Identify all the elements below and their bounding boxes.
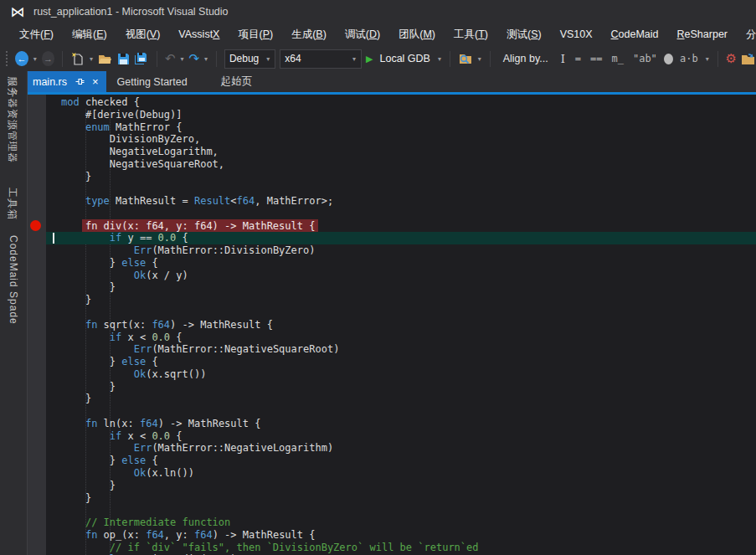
- toolbar-grip[interactable]: [5, 50, 8, 67]
- code-line[interactable]: [46, 306, 756, 319]
- redo-button[interactable]: ↷: [188, 51, 199, 66]
- code-line[interactable]: // if `div` "fails", then `DivisionByZer…: [46, 542, 756, 554]
- code-line[interactable]: Ok(x / y): [46, 270, 756, 282]
- code-line[interactable]: type MathResult = Result<f64, MathError>…: [46, 195, 756, 208]
- code-line[interactable]: }: [46, 492, 756, 505]
- menu-item[interactable]: 调试(D): [336, 23, 389, 46]
- code-line[interactable]: [46, 182, 756, 195]
- code-lines[interactable]: mod checked { #[derive(Debug)] enum Math…: [46, 95, 756, 555]
- code-line[interactable]: [46, 208, 756, 220]
- codemaid-cleanup-button[interactable]: ⚙: [726, 51, 737, 66]
- code-line[interactable]: #[derive(Debug)]: [46, 109, 756, 121]
- code-line[interactable]: if y == 0.0 {: [46, 232, 756, 244]
- tool-window-tab[interactable]: CodeMaid Spade: [8, 235, 19, 325]
- document-tab[interactable]: main.rs×: [25, 71, 106, 92]
- code-line[interactable]: }: [46, 281, 756, 294]
- find-dropdown-icon[interactable]: ▾: [477, 55, 482, 63]
- undo-button[interactable]: ↶: [165, 51, 176, 66]
- close-icon[interactable]: ×: [92, 76, 99, 87]
- align-by-button[interactable]: Align by...: [498, 53, 553, 64]
- menu-item[interactable]: 编辑(E): [63, 23, 116, 46]
- navigate-forward-button[interactable]: →: [42, 51, 54, 66]
- code-line[interactable]: fn sqrt(x: f64) -> MathResult {: [46, 319, 756, 331]
- menu-item[interactable]: 工具(T): [445, 23, 497, 46]
- code-line[interactable]: }: [46, 480, 756, 492]
- code-line[interactable]: }: [46, 393, 756, 405]
- code-line[interactable]: Ok(x.sqrt()): [46, 368, 756, 381]
- code-line[interactable]: } else {: [46, 257, 756, 270]
- open-file-button[interactable]: [98, 52, 113, 65]
- menu-item[interactable]: 分析(N): [737, 23, 756, 46]
- breakpoint-margin[interactable]: [28, 95, 46, 555]
- menu-item[interactable]: 项目(P): [229, 23, 282, 46]
- menu-item[interactable]: 团队(M): [389, 23, 445, 46]
- code-line[interactable]: fn op_(x: f64, y: f64) -> MathResult {: [46, 529, 756, 542]
- save-button[interactable]: [117, 53, 130, 65]
- code-line[interactable]: DivisionByZero,: [46, 133, 756, 146]
- align-equals-button[interactable]: =: [573, 53, 584, 64]
- align-double-equals-button[interactable]: ==: [588, 53, 604, 64]
- document-tab[interactable]: 起始页: [210, 71, 264, 92]
- code-line[interactable]: Err(MathError::DivisionByZero): [46, 244, 756, 257]
- find-in-files-button[interactable]: [458, 52, 473, 65]
- menu-item[interactable]: VAssistX: [169, 23, 229, 46]
- undo-dropdown-icon[interactable]: ▾: [179, 55, 184, 63]
- menu-item[interactable]: VS10X: [551, 23, 602, 46]
- align-dropdown-icon[interactable]: ▾: [705, 55, 710, 63]
- code-line[interactable]: if x < 0.0 {: [46, 331, 756, 344]
- tool-window-tab[interactable]: 工具箱: [5, 188, 19, 220]
- breakpoint-dot[interactable]: [30, 220, 41, 231]
- align-tokens-button[interactable]: a·b: [677, 53, 701, 64]
- toolbar-separator: [216, 51, 217, 67]
- menu-item[interactable]: 生成(B): [282, 23, 336, 46]
- code-line[interactable]: Ok(x.ln()): [46, 467, 756, 480]
- code-line[interactable]: } else {: [46, 356, 756, 368]
- ibeam-cursor-icon[interactable]: I: [558, 53, 568, 65]
- start-debugging-icon[interactable]: ▶: [366, 54, 373, 64]
- redo-dropdown-icon[interactable]: ▾: [203, 55, 208, 63]
- start-debugging-button[interactable]: Local GDB: [377, 53, 432, 64]
- new-file-dropdown-icon[interactable]: ▾: [89, 55, 94, 63]
- navigate-back-dropdown-icon[interactable]: ▾: [33, 55, 38, 63]
- document-tab[interactable]: Getting Started: [106, 71, 198, 92]
- code-line[interactable]: }: [46, 381, 756, 393]
- new-file-button[interactable]: [70, 52, 85, 66]
- code-line[interactable]: }: [46, 171, 756, 183]
- tab-label: 起始页: [221, 75, 253, 89]
- code-line[interactable]: }: [46, 294, 756, 306]
- code-line[interactable]: fn ln(x: f64) -> MathResult {: [46, 418, 756, 430]
- menu-item[interactable]: 测试(S): [497, 23, 551, 46]
- align-members-button[interactable]: m_: [609, 53, 625, 64]
- solution-configuration-select[interactable]: Debug ▾: [224, 49, 275, 69]
- code-line[interactable]: Err(MathError::NegativeSquareRoot): [46, 343, 756, 356]
- tool-window-tab[interactable]: 服务器资源管理器: [5, 76, 19, 163]
- code-line[interactable]: [46, 504, 756, 516]
- code-line[interactable]: // Intermediate function: [46, 516, 756, 529]
- code-line[interactable]: Err(MathError::NegativeLogarithm): [46, 442, 756, 455]
- chevron-down-icon: ▾: [352, 55, 357, 63]
- code-editor[interactable]: mod checked { #[derive(Debug)] enum Math…: [28, 95, 756, 555]
- window-title: rust_application1 - Microsoft Visual Stu…: [33, 0, 229, 23]
- menu-item[interactable]: CodeMaid: [602, 23, 668, 46]
- run-target-dropdown-icon[interactable]: ▾: [437, 55, 442, 63]
- code-line[interactable]: enum MathError {: [46, 121, 756, 134]
- code-line[interactable]: NegativeLogarithm,: [46, 146, 756, 158]
- resharper-open-button[interactable]: [741, 52, 756, 65]
- align-strings-button[interactable]: "ab": [630, 53, 660, 64]
- record-dot-icon[interactable]: [664, 54, 673, 64]
- code-line[interactable]: if x < 0.0 {: [46, 430, 756, 443]
- code-line[interactable]: [46, 405, 756, 418]
- code-line[interactable]: NegativeSquareRoot,: [46, 158, 756, 171]
- toolbar-separator: [157, 51, 157, 67]
- pin-icon[interactable]: [75, 77, 85, 86]
- save-all-button[interactable]: [134, 52, 149, 65]
- save-icon: [117, 53, 130, 65]
- menu-item[interactable]: 视图(V): [116, 23, 170, 46]
- code-line[interactable]: mod checked {: [46, 96, 756, 109]
- code-line[interactable]: } else {: [46, 455, 756, 467]
- menu-item[interactable]: 文件(F): [10, 23, 63, 46]
- code-line[interactable]: fn div(x: f64, y: f64) -> MathResult {: [46, 220, 756, 233]
- navigate-back-button[interactable]: ←: [15, 51, 28, 66]
- menu-item[interactable]: ReSharper: [668, 23, 737, 46]
- solution-platform-select[interactable]: x64 ▾: [280, 49, 362, 69]
